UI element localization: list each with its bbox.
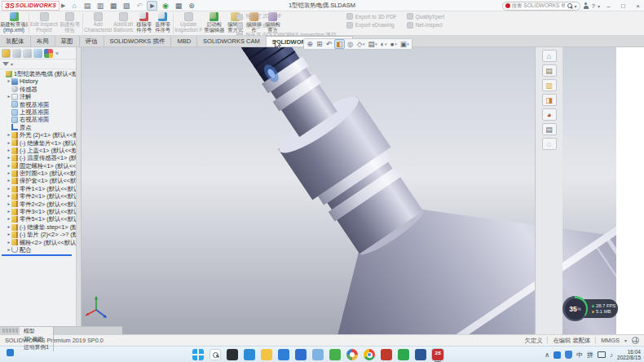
tree-item[interactable]: 1型铠装热电偶 (默认<默认_显示状态-1> xyxy=(0,70,76,77)
network-monitor-icon[interactable] xyxy=(598,351,606,358)
home-icon[interactable]: ⌂ xyxy=(68,1,79,11)
configuration-manager-tab-icon[interactable] xyxy=(23,49,32,58)
custom-properties-icon[interactable]: ▤ xyxy=(542,123,557,135)
widgets-icon[interactable] xyxy=(7,349,14,356)
user-account-icon[interactable] xyxy=(583,2,589,9)
panel-tabs-overflow-icon[interactable]: » xyxy=(55,51,59,56)
add-characteristic-button[interactable]: Add Characteristic xyxy=(84,11,112,35)
display-manager-tab-icon[interactable] xyxy=(44,49,53,58)
tree-item[interactable]: ▸ (-) 上盖<1> (默认<<默认>_显示状 xyxy=(0,147,76,154)
minimize-button[interactable]: – xyxy=(602,0,615,11)
tree-item[interactable]: ▸ 保护套<1> (默认<<默认>_显示状 xyxy=(0,177,76,184)
previous-view-icon[interactable]: ↶ xyxy=(324,39,333,49)
rebuild-traffic-light-icon[interactable]: ◉ xyxy=(160,1,170,11)
units-caret-icon[interactable]: ▾ xyxy=(624,338,627,343)
tree-item[interactable]: 右视基准面 xyxy=(0,116,76,123)
tree-item[interactable]: ▸ 零件2<1> (默认<<默认>_显示状 xyxy=(0,192,76,200)
solidworks-taskbar-icon[interactable] xyxy=(432,349,443,360)
zoom-area-icon[interactable]: ⊞ xyxy=(315,39,324,49)
export-2d-pdf-button[interactable]: 导出至 2D PDF xyxy=(236,13,337,20)
clock[interactable]: 16:04 2022/8/15 xyxy=(617,349,641,360)
tree-item[interactable]: ▸ 外壳 (2)<1> (默认<<默认>_显示状 xyxy=(0,131,76,139)
tray-chevron-icon[interactable]: ∧ xyxy=(545,351,549,359)
net-inspect-button[interactable]: Net-Inspect xyxy=(407,22,445,29)
view-settings-icon[interactable]: ▣ ▾ xyxy=(399,39,410,49)
security-shield-icon[interactable] xyxy=(565,351,572,359)
tab-motion-study[interactable]: 运动算例1 xyxy=(20,343,54,351)
solidworks-resources-icon[interactable]: ⌂ xyxy=(542,50,557,62)
export-excel-button[interactable]: 导出至 Excel xyxy=(236,23,337,30)
word-icon[interactable] xyxy=(415,349,426,360)
units-selector[interactable]: MMGS xyxy=(601,337,620,344)
hide-show-items-icon[interactable]: ◐ ▾ xyxy=(379,39,388,49)
tree-item[interactable]: ▸ 固定螺栓<1> (默认<<默认>_显示 xyxy=(0,162,76,170)
select-balloons-button[interactable]: 选择零 件序号 xyxy=(153,11,172,35)
tree-item[interactable]: ▸ 零件1<1> (默认<<默认>_显示状 xyxy=(0,185,76,192)
save-icon[interactable]: ▦ xyxy=(108,1,118,11)
tree-item[interactable]: 传感器 xyxy=(0,86,76,93)
filter-caret-icon[interactable]: ▾ xyxy=(11,61,13,67)
dimxpert-manager-tab-icon[interactable] xyxy=(33,49,42,58)
edge-icon[interactable] xyxy=(244,349,255,360)
search-input[interactable]: 搜索 SOLIDWORKS 帮助 ▾ xyxy=(502,2,580,11)
tree-item[interactable]: ▸ 零件3<1> (默认<<默认>_显示状 xyxy=(0,208,76,215)
tab-addins[interactable]: SOLIDWORKS 插件 xyxy=(104,36,172,46)
mail-icon[interactable] xyxy=(278,349,289,360)
tray-app-icon[interactable] xyxy=(554,351,561,359)
tab-evaluate[interactable]: 评估 xyxy=(80,36,104,46)
export-edrawing-button[interactable]: Export eDrawing xyxy=(346,22,397,29)
search-icon[interactable] xyxy=(567,2,573,9)
globe-icon[interactable] xyxy=(632,337,639,344)
new-document-icon[interactable]: ▤ xyxy=(82,1,92,11)
edit-appearance-icon[interactable]: ● ▾ xyxy=(389,39,398,49)
tree-item[interactable]: ▸ History xyxy=(0,77,76,85)
volume-icon[interactable]: ♪ xyxy=(610,351,613,359)
tree-item[interactable]: 原点 xyxy=(0,124,76,131)
file-explorer-icon[interactable] xyxy=(261,349,272,360)
tab-3d-views[interactable]: 3D 视图 xyxy=(20,335,54,343)
tree-item[interactable]: 前视基准面 xyxy=(0,101,76,108)
file-explorer-icon[interactable]: ▥ xyxy=(542,79,557,91)
print-icon[interactable]: ▧ xyxy=(121,1,131,11)
tree-item[interactable]: ▸ 密封圈<1> (默认<<默认>_显示状 xyxy=(0,170,76,177)
options-gear-icon[interactable]: ⊛ xyxy=(186,1,196,11)
property-manager-tab-icon[interactable] xyxy=(12,49,21,58)
ime-mode-button[interactable]: 拼 xyxy=(587,351,593,360)
tab-layout[interactable]: 布局 xyxy=(31,36,55,46)
tree-item[interactable]: ▸ 零件5<1> (默认<<默认>_显示状 xyxy=(0,215,76,223)
tab-strip-handle[interactable] xyxy=(0,327,20,334)
remove-balloons-button[interactable]: 移除零 件序号 xyxy=(135,11,153,35)
task-view-button[interactable] xyxy=(227,349,238,360)
tab-mbd[interactable]: MBD xyxy=(171,36,197,46)
tab-cam[interactable]: SOLIDWORKS CAM xyxy=(197,36,267,46)
edit-inspection-project-button[interactable]: Edit Inspection Project xyxy=(30,11,58,35)
select-icon[interactable]: ► xyxy=(147,1,157,11)
ime-language-button[interactable]: 中 xyxy=(576,351,583,360)
restore-button[interactable]: □ xyxy=(617,0,629,11)
new-inspection-report-button[interactable]: 新建检查 报告 xyxy=(58,11,82,35)
help-button[interactable]: ? xyxy=(592,2,595,10)
tree-item[interactable]: ▸ 配合 xyxy=(0,246,76,254)
chrome-icon[interactable] xyxy=(364,349,375,360)
browser-360-icon[interactable] xyxy=(346,349,358,360)
section-view-icon[interactable]: ◧ xyxy=(334,39,346,49)
search-button[interactable] xyxy=(210,349,221,360)
tree-item[interactable]: ▸ (-) 绝缘垫.step<1> (默认<<默认> xyxy=(0,223,76,231)
undo-icon[interactable]: ↶ xyxy=(134,1,144,11)
qualityxpert-button[interactable]: QualityXpert xyxy=(407,13,445,20)
dynamic-annotation-views-icon[interactable]: ◎ xyxy=(346,39,355,49)
rollback-bar[interactable] xyxy=(2,254,72,256)
tree-item[interactable]: ▸ (-) 绝缘垫片<1> (默认<<默认>_显 xyxy=(0,139,76,147)
wps-icon[interactable] xyxy=(398,349,409,360)
tree-item[interactable]: ▸ (-) 垫片 (2)<2> ->? (默认<<默认> xyxy=(0,231,76,238)
export-3d-pdf-button[interactable]: Export to 3D PDF xyxy=(346,13,397,20)
tree-item[interactable]: ▸ (-) 温度传感器<1> (默认<<默认>_ xyxy=(0,154,76,161)
tab-model[interactable]: 模型 xyxy=(20,327,54,335)
display-settings-icon[interactable]: ▦ xyxy=(173,1,183,11)
tree-item[interactable]: ▸ 螺栓<2> (默认<<默认>_显示状态 xyxy=(0,239,76,246)
green-app-icon[interactable] xyxy=(329,349,341,360)
tree-item[interactable]: 上视基准面 xyxy=(0,108,76,116)
close-button[interactable]: × xyxy=(632,0,644,11)
zoom-fit-icon[interactable]: ⊕ xyxy=(306,39,315,49)
help-caret-icon[interactable]: ▾ xyxy=(598,3,600,9)
